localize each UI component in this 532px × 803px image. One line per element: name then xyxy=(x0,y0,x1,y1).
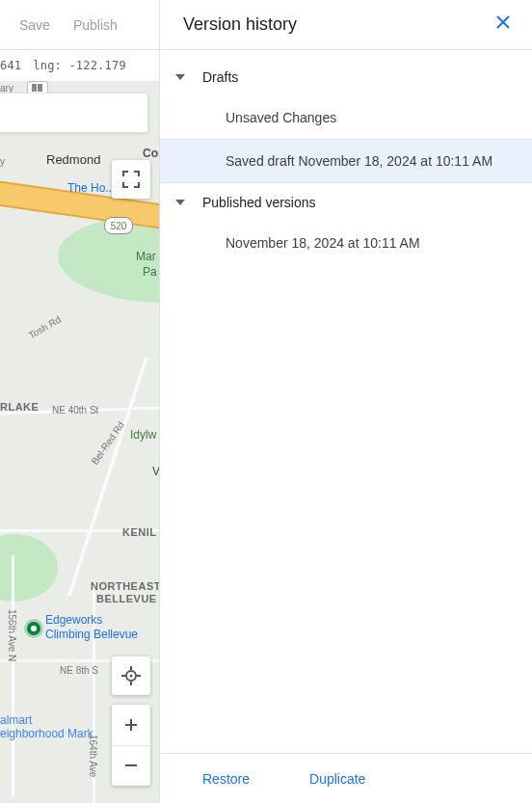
panel-title: Version history xyxy=(183,14,297,35)
caret-down-icon xyxy=(175,200,185,205)
version-history-panel: Version history Drafts Unsaved Changes S… xyxy=(159,0,532,803)
poi-label: Climbing Bellevue xyxy=(45,628,138,641)
map-canvas[interactable]: ary y Redmond 520 The Ho... ep... Cost M… xyxy=(0,81,159,803)
neighborhood-label: NORTHEAST xyxy=(91,580,159,592)
neighborhood-label: RLAKE xyxy=(0,401,39,413)
fullscreen-button[interactable] xyxy=(112,160,150,199)
shop-label: eighborhood Mark xyxy=(0,727,93,740)
section-published-toggle[interactable]: Published versions xyxy=(160,183,532,222)
section-drafts-label: Drafts xyxy=(202,69,238,85)
street-label: NE 8th S xyxy=(60,665,98,676)
park-label: Mar xyxy=(136,250,156,263)
caret-down-icon xyxy=(175,74,185,80)
zoom-out-button[interactable] xyxy=(112,746,150,787)
publish-button[interactable]: Publish xyxy=(62,10,129,40)
restore-button[interactable]: Restore xyxy=(179,763,263,794)
street-label: NE 40th St xyxy=(52,405,98,415)
section-drafts-toggle[interactable]: Drafts xyxy=(160,58,532,96)
zoom-in-button[interactable] xyxy=(112,705,150,745)
version-item-unsaved[interactable]: Unsaved Changes xyxy=(160,96,532,139)
lat-value: 641 xyxy=(0,59,21,72)
map-label: y xyxy=(0,156,5,167)
version-item-saved-draft[interactable]: Saved draft November 18, 2024 at 10:11 A… xyxy=(160,139,532,183)
poi-pin-icon[interactable] xyxy=(24,619,43,638)
version-item-published[interactable]: November 18, 2024 at 10:11 AM xyxy=(160,222,532,264)
neighborhood-label: KENIL xyxy=(122,526,157,538)
map-label: V xyxy=(152,465,159,478)
neighborhood-label: BELLEVUE xyxy=(96,593,157,604)
park-label: Idylw xyxy=(130,428,156,442)
zoom-controls xyxy=(112,705,150,786)
duplicate-button[interactable]: Duplicate xyxy=(286,763,379,794)
svg-rect-0 xyxy=(32,84,37,92)
highway-shield-icon: 520 xyxy=(104,217,133,234)
save-button[interactable]: Save xyxy=(8,10,62,40)
plus-icon xyxy=(123,717,139,733)
shop-label: almart xyxy=(0,713,32,727)
svg-point-3 xyxy=(130,675,133,678)
panel-footer: Restore Duplicate xyxy=(160,753,532,803)
minus-icon xyxy=(123,758,139,773)
street-label: 164th Ave xyxy=(88,735,98,777)
map-search-input[interactable] xyxy=(0,93,148,133)
svg-rect-1 xyxy=(38,84,42,92)
map-label: Cost xyxy=(143,147,159,160)
poi-label: Edgeworks xyxy=(45,613,102,627)
city-label-redmond: Redmond xyxy=(46,152,100,167)
road xyxy=(12,555,14,796)
lng-value: lng: -122.179 xyxy=(33,59,126,72)
close-icon xyxy=(495,14,511,30)
close-button[interactable] xyxy=(490,9,517,40)
park-label: Pa xyxy=(143,265,157,279)
panel-body: Drafts Unsaved Changes Saved draft Novem… xyxy=(160,50,532,753)
my-location-button[interactable] xyxy=(112,656,150,695)
street-label: 156th Ave N xyxy=(7,609,17,661)
section-published-label: Published versions xyxy=(202,195,316,210)
crosshair-icon xyxy=(121,666,141,685)
fullscreen-icon xyxy=(122,171,140,188)
layers-icon xyxy=(31,83,44,93)
panel-header: Version history xyxy=(160,0,532,50)
